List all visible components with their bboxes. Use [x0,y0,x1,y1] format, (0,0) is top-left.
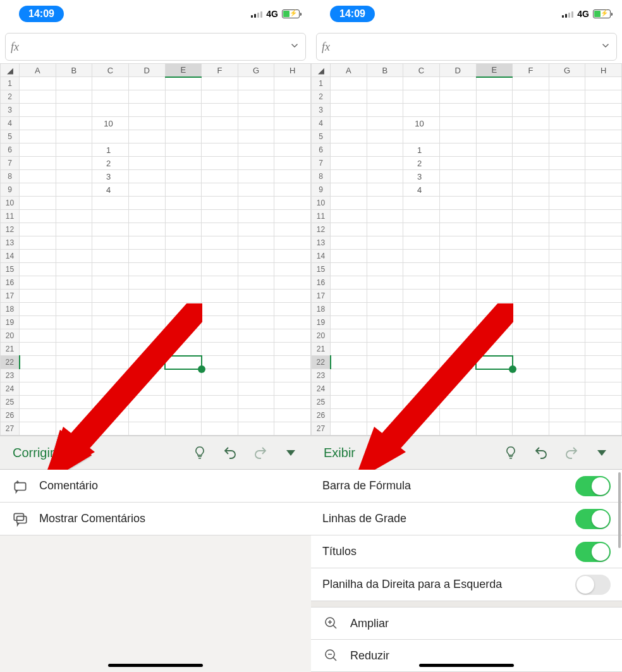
cell-B12[interactable] [367,223,403,236]
cell-D11[interactable] [128,210,165,223]
cell-A7[interactable] [20,157,56,170]
cell-B23[interactable] [56,369,92,382]
cell-H7[interactable] [274,157,311,170]
cell-D6[interactable] [128,144,165,157]
cell-H2[interactable] [274,90,311,104]
cell-C18[interactable] [403,303,440,316]
row-header-21[interactable]: 21 [312,343,331,356]
cell-F2[interactable] [202,90,238,104]
cell-D4[interactable] [128,117,165,130]
cell-E7[interactable] [165,157,202,170]
cell-H14[interactable] [274,250,311,263]
cell-C26[interactable] [403,409,440,422]
cell-F24[interactable] [202,382,238,396]
cell-C7[interactable]: 2 [403,157,440,170]
cell-H20[interactable] [585,329,622,343]
cell-D16[interactable] [439,276,476,290]
cell-C9[interactable]: 4 [92,183,129,197]
cell-E6[interactable] [165,144,202,157]
cell-E12[interactable] [165,223,202,236]
cell-E9[interactable] [165,183,202,197]
cell-A4[interactable] [20,117,56,130]
cell-C25[interactable] [92,396,129,409]
cell-G11[interactable] [549,210,585,223]
cell-D23[interactable] [128,369,165,382]
cell-D24[interactable] [128,382,165,396]
col-header-D[interactable]: D [439,64,476,77]
cell-D15[interactable] [128,263,165,276]
row-header-1[interactable]: 1 [312,77,331,90]
cell-B11[interactable] [56,210,92,223]
cell-G5[interactable] [238,130,274,144]
cell-A5[interactable] [20,130,56,144]
select-all-corner[interactable]: ◢ [1,64,20,77]
cell-H27[interactable] [585,422,622,436]
cell-C2[interactable] [403,90,440,104]
cell-A15[interactable] [331,263,367,276]
cell-G16[interactable] [549,276,585,290]
cell-D2[interactable] [439,90,476,104]
cell-D27[interactable] [128,422,165,436]
formula-input[interactable] [24,42,289,52]
cell-D7[interactable] [439,157,476,170]
cell-A6[interactable] [20,144,56,157]
cell-D25[interactable] [128,396,165,409]
row-header-25[interactable]: 25 [312,396,331,409]
row-header-4[interactable]: 4 [1,117,20,130]
cell-F26[interactable] [513,409,549,422]
row-header-27[interactable]: 27 [1,422,20,436]
cell-F11[interactable] [202,210,238,223]
ribbon-tab-selector[interactable]: Exibir [317,442,362,464]
cell-F18[interactable] [513,303,549,316]
cell-C8[interactable]: 3 [403,170,440,183]
cell-E11[interactable] [476,210,513,223]
cell-F12[interactable] [513,223,549,236]
cell-E2[interactable] [476,90,513,104]
cell-G10[interactable] [238,197,274,210]
cell-E10[interactable] [476,197,513,210]
cell-B24[interactable] [56,382,92,396]
cell-B27[interactable] [367,422,403,436]
cell-E14[interactable] [476,250,513,263]
cell-C16[interactable] [403,276,440,290]
row-header-16[interactable]: 16 [1,276,20,290]
row-header-19[interactable]: 19 [312,316,331,329]
row-header-4[interactable]: 4 [312,117,331,130]
cell-F17[interactable] [513,290,549,303]
cell-F27[interactable] [513,422,549,436]
cell-G20[interactable] [549,329,585,343]
cell-E23[interactable] [165,369,202,382]
tab-chevrons-icon[interactable]: ⌃⌄ [72,448,78,457]
ribbon-tab-selector[interactable]: Corrigir [6,442,61,464]
cell-A20[interactable] [331,329,367,343]
cell-A2[interactable] [331,90,367,104]
scroll-indicator[interactable] [618,472,621,548]
cell-H25[interactable] [585,396,622,409]
cell-E4[interactable] [165,117,202,130]
cell-C13[interactable] [92,236,129,250]
cell-G25[interactable] [549,396,585,409]
cell-G19[interactable] [549,316,585,329]
cell-F13[interactable] [202,236,238,250]
cell-H1[interactable] [585,77,622,90]
cell-G17[interactable] [238,290,274,303]
cell-F26[interactable] [202,409,238,422]
cell-E6[interactable] [476,144,513,157]
cell-D22[interactable] [128,356,165,369]
cell-G26[interactable] [238,409,274,422]
cell-A24[interactable] [20,382,56,396]
cell-H18[interactable] [274,303,311,316]
cell-G25[interactable] [238,396,274,409]
undo-icon[interactable] [527,439,555,467]
cell-C20[interactable] [92,329,129,343]
cell-C18[interactable] [92,303,129,316]
cell-A3[interactable] [20,104,56,117]
cell-G6[interactable] [238,144,274,157]
cell-B6[interactable] [56,144,92,157]
cell-F22[interactable] [202,356,238,369]
row-header-26[interactable]: 26 [1,409,20,422]
row-header-15[interactable]: 15 [312,263,331,276]
cell-H5[interactable] [585,130,622,144]
cell-G15[interactable] [549,263,585,276]
cell-C3[interactable] [403,104,440,117]
